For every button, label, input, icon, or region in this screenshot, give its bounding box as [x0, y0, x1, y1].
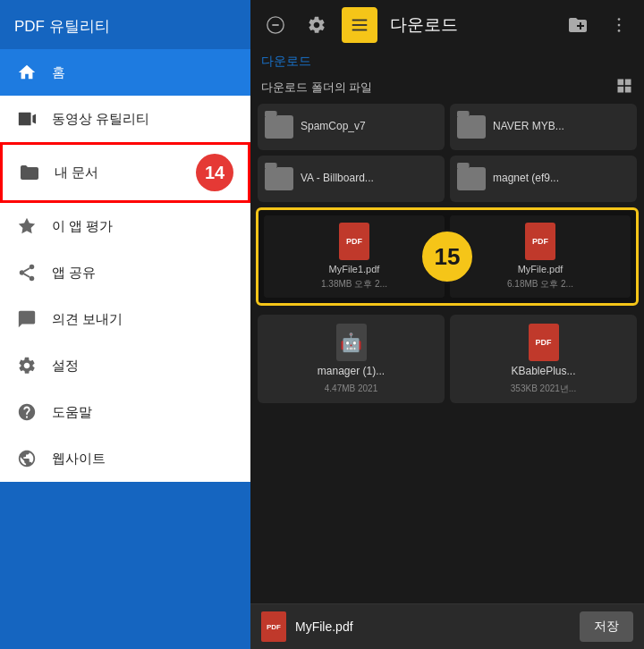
right-panel: 다운로드 다운로드 다운로드 폴더의 파일 SpamCop_v7 NAVER M… — [250, 0, 644, 649]
sidebar-item-home-label: 홈 — [52, 64, 236, 81]
add-folder-icon[interactable] — [562, 9, 594, 41]
folder-icon — [265, 115, 293, 139]
home-icon — [14, 60, 39, 85]
section-label: 다운로드 폴더의 파일 — [261, 80, 372, 96]
file-name: NAVER MYB... — [493, 120, 564, 134]
grid-view-icon[interactable] — [615, 77, 633, 98]
sidebar-item-mydocs-label: 내 문서 — [55, 164, 183, 181]
file-meta: 353KB 2021년... — [511, 383, 576, 394]
folder-icon — [457, 115, 486, 139]
file-name: MyFile.pdf — [518, 264, 564, 274]
page-title: 다운로드 — [390, 13, 553, 37]
list-item[interactable]: NAVER MYB... — [450, 104, 637, 150]
sidebar-item-video-label: 동영상 유틸리티 — [52, 111, 236, 128]
sidebar-item-rate[interactable]: 이 앱 평가 — [0, 203, 250, 249]
file-meta: 4.47MB 2021 — [325, 383, 378, 394]
list-item[interactable]: magnet (ef9... — [450, 156, 637, 202]
list-item[interactable]: VA - Billboard... — [258, 156, 445, 202]
selected-file-name: MyFile.pdf — [295, 620, 571, 634]
list-item[interactable]: SpamCop_v7 — [258, 104, 445, 150]
topbar-settings-icon[interactable] — [301, 9, 333, 41]
svg-line-5 — [24, 274, 30, 277]
apk-thumbnail: 🤖 — [336, 324, 367, 361]
feedback-icon — [14, 307, 39, 332]
file-name: KBablePlus... — [511, 365, 575, 379]
svg-rect-15 — [618, 80, 624, 86]
globe-icon — [14, 446, 39, 471]
svg-rect-0 — [19, 113, 31, 126]
list-item[interactable]: 🤖 manager (1)... 4.47MB 2021 — [258, 315, 445, 403]
svg-rect-18 — [625, 87, 631, 93]
save-button[interactable]: 저장 — [580, 611, 633, 642]
app-title: PDF 유틸리티 — [0, 0, 250, 49]
sidebar-item-video[interactable]: 동영상 유틸리티 — [0, 96, 250, 142]
topbar: 다운로드 — [250, 0, 644, 50]
file-meta: 1.38MB 오후 2... — [321, 278, 387, 291]
sidebar-item-share-label: 앱 공유 — [52, 265, 236, 282]
sidebar-item-mydocs[interactable]: 내 문서 14 — [0, 142, 250, 203]
folder-icon — [457, 167, 486, 190]
selected-file-icon: PDF — [261, 611, 286, 642]
pdf-thumbnail: PDF — [525, 223, 555, 260]
help-icon — [14, 400, 39, 425]
file-name: MyFile1.pdf — [329, 264, 380, 274]
mydocs-badge: 14 — [196, 154, 233, 191]
sidebar-item-website[interactable]: 웹사이트 — [0, 435, 250, 482]
more-icon[interactable] — [603, 9, 635, 41]
sidebar-item-feedback[interactable]: 의견 보내기 — [0, 296, 250, 342]
bottom-bar: PDF MyFile.pdf 저장 — [250, 603, 644, 649]
bottom-files-grid: 🤖 manager (1)... 4.47MB 2021 PDF KBableP… — [250, 311, 644, 409]
svg-rect-11 — [352, 30, 368, 31]
svg-rect-9 — [352, 20, 368, 21]
share-icon — [14, 260, 39, 285]
breadcrumb: 다운로드 — [250, 50, 644, 75]
highlighted-files-area: 15 PDF MyFile1.pdf 1.38MB 오후 2... PDF My… — [256, 207, 639, 306]
folder-icon — [265, 167, 293, 190]
svg-rect-17 — [618, 87, 624, 93]
svg-point-3 — [20, 270, 25, 275]
menu-button[interactable] — [342, 7, 377, 43]
sidebar-item-rate-label: 이 앱 평가 — [52, 218, 236, 235]
svg-point-4 — [30, 276, 35, 282]
sidebar-item-feedback-label: 의견 보내기 — [52, 311, 236, 328]
list-item[interactable]: PDF MyFile1.pdf 1.38MB 오후 2... — [264, 215, 445, 298]
svg-marker-1 — [32, 114, 36, 124]
file-name: manager (1)... — [318, 365, 385, 379]
svg-rect-16 — [625, 80, 631, 86]
sidebar-item-help-label: 도움말 — [52, 404, 236, 421]
svg-line-6 — [24, 268, 30, 272]
svg-rect-10 — [352, 24, 368, 26]
file-name: SpamCop_v7 — [301, 120, 366, 134]
pdf-thumbnail: PDF — [339, 223, 369, 260]
folder-icon — [17, 160, 42, 185]
svg-point-14 — [618, 30, 621, 32]
sidebar-item-settings-label: 설정 — [52, 358, 236, 375]
step-badge: 15 — [420, 230, 474, 283]
sidebar-item-share[interactable]: 앱 공유 — [0, 249, 250, 296]
list-item[interactable]: PDF KBablePlus... 353KB 2021년... — [450, 315, 637, 403]
sidebar-item-settings[interactable]: 설정 — [0, 342, 250, 389]
back-icon[interactable] — [259, 9, 292, 41]
svg-point-2 — [30, 265, 35, 270]
file-name: VA - Billboard... — [301, 172, 374, 186]
star-icon — [14, 214, 39, 239]
video-icon — [14, 106, 39, 131]
pdf-thumbnail: PDF — [529, 324, 559, 361]
list-item[interactable]: PDF MyFile.pdf 6.18MB 오후 2... — [450, 215, 631, 298]
sidebar-item-help[interactable]: 도움말 — [0, 389, 250, 435]
file-name: magnet (ef9... — [493, 172, 559, 186]
sidebar-item-website-label: 웹사이트 — [52, 451, 236, 468]
svg-point-12 — [618, 18, 621, 21]
folder-grid: SpamCop_v7 NAVER MYB... VA - Billboard..… — [250, 104, 644, 207]
file-meta: 6.18MB 오후 2... — [507, 278, 573, 291]
left-panel: PDF 유틸리티 홈 동영상 유틸리티 내 문서 14 이 앱 평가 — [0, 0, 250, 649]
settings-icon — [14, 353, 39, 378]
sidebar-item-home[interactable]: 홈 — [0, 49, 250, 96]
svg-point-13 — [618, 24, 621, 27]
